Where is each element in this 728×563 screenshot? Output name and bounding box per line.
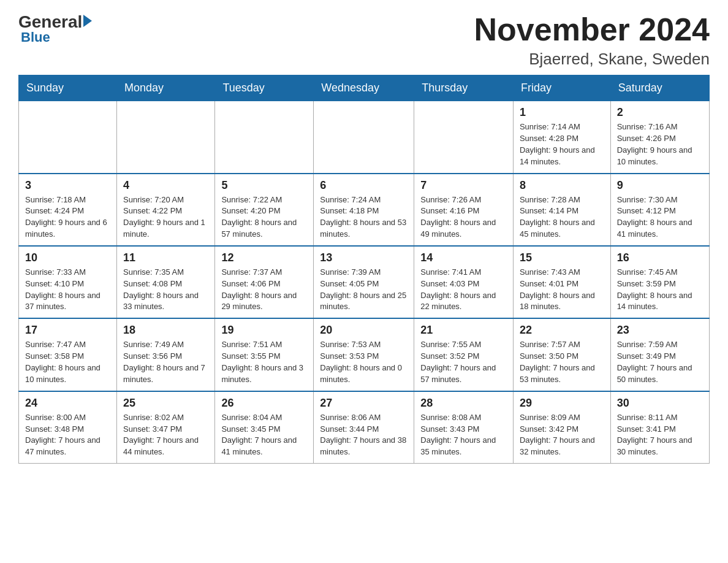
weekday-header-row: SundayMondayTuesdayWednesdayThursdayFrid… (19, 75, 710, 101)
day-info: Sunrise: 8:04 AM Sunset: 3:45 PM Dayligh… (221, 412, 307, 458)
page-header: General Blue November 2024 Bjaerred, Ska… (18, 12, 710, 69)
day-info: Sunrise: 7:16 AM Sunset: 4:26 PM Dayligh… (617, 121, 703, 167)
day-info: Sunrise: 7:28 AM Sunset: 4:14 PM Dayligh… (520, 194, 604, 240)
calendar-cell: 9Sunrise: 7:30 AM Sunset: 4:12 PM Daylig… (610, 174, 709, 246)
calendar-cell: 18Sunrise: 7:49 AM Sunset: 3:56 PM Dayli… (117, 318, 215, 391)
day-info: Sunrise: 7:33 AM Sunset: 4:10 PM Dayligh… (25, 267, 110, 313)
day-number: 16 (617, 251, 703, 264)
day-number: 29 (520, 397, 604, 410)
day-number: 18 (123, 324, 208, 337)
day-info: Sunrise: 8:11 AM Sunset: 3:41 PM Dayligh… (617, 412, 703, 458)
day-number: 7 (420, 179, 507, 192)
calendar-table: SundayMondayTuesdayWednesdayThursdayFrid… (18, 75, 710, 464)
day-number: 9 (617, 179, 703, 192)
calendar-cell: 8Sunrise: 7:28 AM Sunset: 4:14 PM Daylig… (513, 174, 610, 246)
day-number: 13 (320, 251, 408, 264)
calendar-cell (414, 101, 514, 174)
day-number: 12 (221, 251, 307, 264)
location-title: Bjaerred, Skane, Sweden (474, 50, 710, 69)
day-info: Sunrise: 7:59 AM Sunset: 3:49 PM Dayligh… (617, 339, 703, 385)
day-number: 25 (123, 397, 208, 410)
day-number: 19 (221, 324, 307, 337)
day-number: 11 (123, 251, 208, 264)
day-info: Sunrise: 7:41 AM Sunset: 4:03 PM Dayligh… (420, 267, 507, 313)
calendar-cell: 10Sunrise: 7:33 AM Sunset: 4:10 PM Dayli… (19, 246, 117, 318)
day-info: Sunrise: 7:26 AM Sunset: 4:16 PM Dayligh… (420, 194, 507, 240)
day-info: Sunrise: 7:20 AM Sunset: 4:22 PM Dayligh… (123, 194, 208, 240)
day-info: Sunrise: 7:49 AM Sunset: 3:56 PM Dayligh… (123, 339, 208, 385)
calendar-cell: 25Sunrise: 8:02 AM Sunset: 3:47 PM Dayli… (117, 391, 215, 464)
calendar-cell: 5Sunrise: 7:22 AM Sunset: 4:20 PM Daylig… (215, 174, 314, 246)
calendar-cell (314, 101, 414, 174)
day-info: Sunrise: 7:47 AM Sunset: 3:58 PM Dayligh… (25, 339, 110, 385)
calendar-cell: 15Sunrise: 7:43 AM Sunset: 4:01 PM Dayli… (513, 246, 610, 318)
calendar-cell: 24Sunrise: 8:00 AM Sunset: 3:48 PM Dayli… (19, 391, 117, 464)
day-number: 4 (123, 179, 208, 192)
day-info: Sunrise: 7:37 AM Sunset: 4:06 PM Dayligh… (221, 267, 307, 313)
day-number: 20 (320, 324, 408, 337)
calendar-cell: 11Sunrise: 7:35 AM Sunset: 4:08 PM Dayli… (117, 246, 215, 318)
day-info: Sunrise: 7:22 AM Sunset: 4:20 PM Dayligh… (221, 194, 307, 240)
day-number: 5 (221, 179, 307, 192)
calendar-cell: 26Sunrise: 8:04 AM Sunset: 3:45 PM Dayli… (215, 391, 314, 464)
day-number: 2 (617, 106, 703, 119)
day-number: 1 (520, 106, 604, 119)
logo: General Blue (18, 12, 92, 45)
day-info: Sunrise: 8:08 AM Sunset: 3:43 PM Dayligh… (420, 412, 507, 458)
day-info: Sunrise: 8:02 AM Sunset: 3:47 PM Dayligh… (123, 412, 208, 458)
calendar-cell: 29Sunrise: 8:09 AM Sunset: 3:42 PM Dayli… (513, 391, 610, 464)
day-number: 15 (520, 251, 604, 264)
calendar-cell: 21Sunrise: 7:55 AM Sunset: 3:52 PM Dayli… (414, 318, 514, 391)
calendar-cell: 7Sunrise: 7:26 AM Sunset: 4:16 PM Daylig… (414, 174, 514, 246)
day-info: Sunrise: 7:35 AM Sunset: 4:08 PM Dayligh… (123, 267, 208, 313)
weekday-header-friday: Friday (513, 75, 610, 101)
calendar-cell (117, 101, 215, 174)
day-number: 21 (420, 324, 507, 337)
day-number: 26 (221, 397, 307, 410)
calendar-cell: 23Sunrise: 7:59 AM Sunset: 3:49 PM Dayli… (610, 318, 709, 391)
title-area: November 2024 Bjaerred, Skane, Sweden (474, 12, 710, 69)
day-number: 23 (617, 324, 703, 337)
day-number: 28 (420, 397, 507, 410)
day-number: 24 (25, 397, 110, 410)
day-info: Sunrise: 7:55 AM Sunset: 3:52 PM Dayligh… (420, 339, 507, 385)
calendar-cell: 12Sunrise: 7:37 AM Sunset: 4:06 PM Dayli… (215, 246, 314, 318)
week-row-4: 17Sunrise: 7:47 AM Sunset: 3:58 PM Dayli… (19, 318, 710, 391)
day-info: Sunrise: 8:06 AM Sunset: 3:44 PM Dayligh… (320, 412, 408, 458)
day-number: 27 (320, 397, 408, 410)
calendar-cell: 4Sunrise: 7:20 AM Sunset: 4:22 PM Daylig… (117, 174, 215, 246)
weekday-header-monday: Monday (117, 75, 215, 101)
weekday-header-tuesday: Tuesday (215, 75, 314, 101)
calendar-cell (215, 101, 314, 174)
calendar-cell: 27Sunrise: 8:06 AM Sunset: 3:44 PM Dayli… (314, 391, 414, 464)
day-info: Sunrise: 7:39 AM Sunset: 4:05 PM Dayligh… (320, 267, 408, 313)
day-number: 3 (25, 179, 110, 192)
day-number: 30 (617, 397, 703, 410)
week-row-2: 3Sunrise: 7:18 AM Sunset: 4:24 PM Daylig… (19, 174, 710, 246)
calendar-cell: 20Sunrise: 7:53 AM Sunset: 3:53 PM Dayli… (314, 318, 414, 391)
day-info: Sunrise: 8:00 AM Sunset: 3:48 PM Dayligh… (25, 412, 110, 458)
calendar-cell: 30Sunrise: 8:11 AM Sunset: 3:41 PM Dayli… (610, 391, 709, 464)
calendar-cell: 2Sunrise: 7:16 AM Sunset: 4:26 PM Daylig… (610, 101, 709, 174)
weekday-header-saturday: Saturday (610, 75, 709, 101)
day-info: Sunrise: 7:24 AM Sunset: 4:18 PM Dayligh… (320, 194, 408, 240)
day-number: 22 (520, 324, 604, 337)
weekday-header-sunday: Sunday (19, 75, 117, 101)
day-info: Sunrise: 7:45 AM Sunset: 3:59 PM Dayligh… (617, 267, 703, 313)
calendar-cell: 14Sunrise: 7:41 AM Sunset: 4:03 PM Dayli… (414, 246, 514, 318)
day-info: Sunrise: 7:43 AM Sunset: 4:01 PM Dayligh… (520, 267, 604, 313)
day-info: Sunrise: 8:09 AM Sunset: 3:42 PM Dayligh… (520, 412, 604, 458)
day-info: Sunrise: 7:14 AM Sunset: 4:28 PM Dayligh… (520, 121, 604, 167)
week-row-1: 1Sunrise: 7:14 AM Sunset: 4:28 PM Daylig… (19, 101, 710, 174)
week-row-3: 10Sunrise: 7:33 AM Sunset: 4:10 PM Dayli… (19, 246, 710, 318)
weekday-header-thursday: Thursday (414, 75, 514, 101)
day-number: 14 (420, 251, 507, 264)
day-info: Sunrise: 7:18 AM Sunset: 4:24 PM Dayligh… (25, 194, 110, 240)
calendar-cell: 22Sunrise: 7:57 AM Sunset: 3:50 PM Dayli… (513, 318, 610, 391)
logo-arrow-icon (83, 15, 92, 27)
day-info: Sunrise: 7:51 AM Sunset: 3:55 PM Dayligh… (221, 339, 307, 385)
week-row-5: 24Sunrise: 8:00 AM Sunset: 3:48 PM Dayli… (19, 391, 710, 464)
day-number: 10 (25, 251, 110, 264)
day-info: Sunrise: 7:57 AM Sunset: 3:50 PM Dayligh… (520, 339, 604, 385)
day-number: 8 (520, 179, 604, 192)
